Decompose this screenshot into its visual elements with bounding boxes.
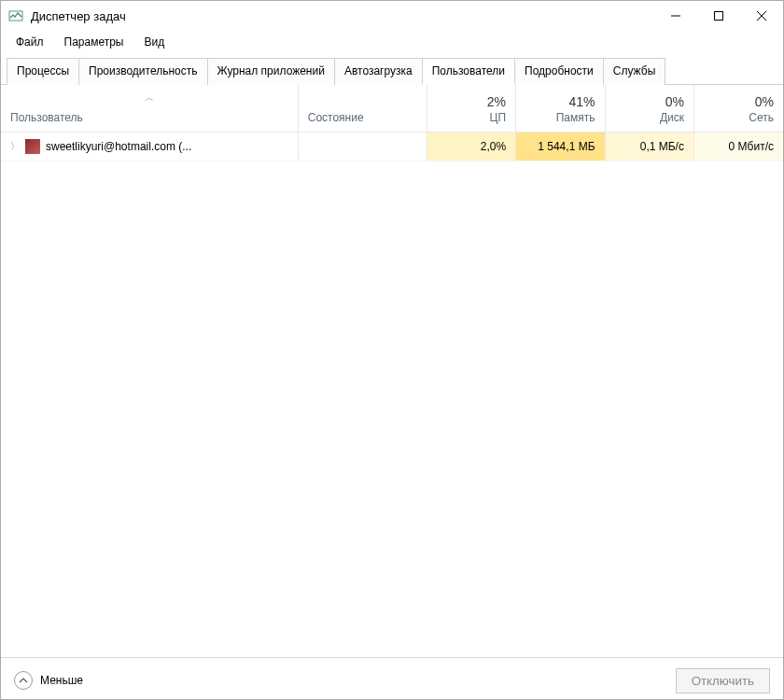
content-area: ︿ Пользователь Состояние 2% ЦП 41% Памят… (1, 85, 783, 658)
window-controls (654, 1, 783, 31)
header-memory[interactable]: 41% Память (516, 85, 605, 132)
menu-file[interactable]: Файл (7, 33, 53, 51)
header-network[interactable]: 0% Сеть (693, 85, 783, 132)
header-disk[interactable]: 0% Диск (605, 85, 693, 132)
app-icon (8, 8, 23, 23)
close-button[interactable] (740, 1, 783, 31)
maximize-button[interactable] (697, 1, 740, 31)
header-status[interactable]: Состояние (298, 85, 427, 132)
chevron-right-icon[interactable]: 〉 (10, 140, 20, 153)
disconnect-button[interactable]: Отключить (676, 668, 770, 693)
title-bar: Диспетчер задач (1, 1, 783, 31)
menu-view[interactable]: Вид (134, 33, 174, 51)
sort-indicator-icon: ︿ (10, 94, 288, 102)
tab-services[interactable]: Службы (603, 58, 665, 85)
svg-rect-2 (715, 12, 723, 21)
cell-status (298, 133, 427, 161)
tab-bar: Процессы Производительность Журнал прило… (1, 57, 783, 85)
minimize-button[interactable] (654, 1, 697, 31)
menu-options[interactable]: Параметры (55, 33, 133, 51)
cell-cpu: 2,0% (427, 133, 515, 161)
avatar (25, 139, 40, 154)
cell-network: 0 Мбит/с (693, 133, 783, 161)
menu-bar: Файл Параметры Вид (1, 31, 783, 53)
fewer-details-toggle[interactable]: Меньше (14, 671, 83, 690)
tab-details[interactable]: Подробности (514, 58, 604, 85)
chevron-up-icon (14, 671, 33, 690)
user-rows: 〉 sweetlikyuri@hotmail.com (... 2,0% 1 5… (1, 133, 783, 161)
footer: Меньше Отключить (1, 658, 783, 700)
tab-app-history[interactable]: Журнал приложений (207, 58, 335, 85)
column-headers: ︿ Пользователь Состояние 2% ЦП 41% Памят… (1, 85, 783, 133)
tab-performance[interactable]: Производительность (78, 58, 207, 85)
user-name: sweetlikyuri@hotmail.com (... (46, 140, 191, 153)
tab-processes[interactable]: Процессы (7, 58, 79, 85)
header-user[interactable]: ︿ Пользователь (1, 85, 298, 132)
header-cpu[interactable]: 2% ЦП (427, 85, 515, 132)
window-title: Диспетчер задач (31, 9, 654, 23)
fewer-label: Меньше (40, 674, 83, 687)
table-row[interactable]: 〉 sweetlikyuri@hotmail.com (... 2,0% 1 5… (1, 133, 783, 161)
tab-users[interactable]: Пользователи (422, 58, 515, 85)
cell-disk: 0,1 МБ/с (605, 133, 693, 161)
tab-startup[interactable]: Автозагрузка (334, 58, 423, 85)
cell-memory: 1 544,1 МБ (516, 133, 605, 161)
